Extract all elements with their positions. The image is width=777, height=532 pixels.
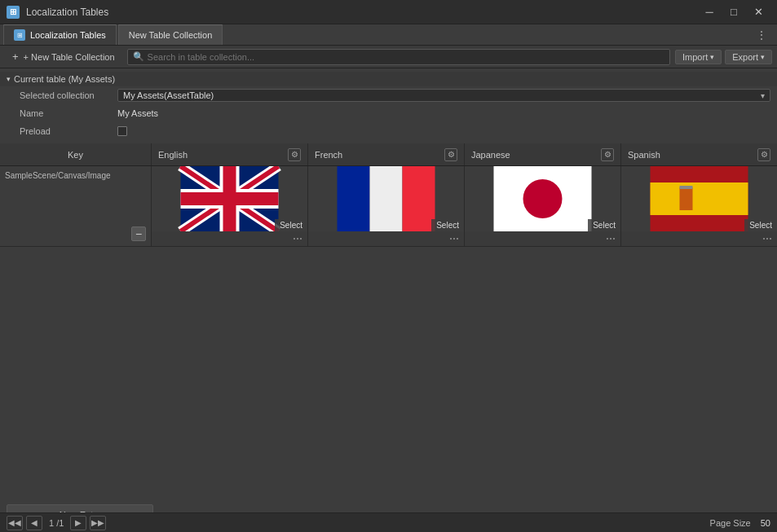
- col-header-japanese: Japanese ⚙: [465, 143, 621, 165]
- page-size-label: Page Size: [710, 518, 751, 528]
- minimize-button[interactable]: ─: [697, 0, 722, 24]
- english-dots-button[interactable]: ⋯: [291, 233, 304, 244]
- name-label: Name: [20, 108, 117, 118]
- tab-label-main: Localization Tables: [30, 30, 106, 40]
- search-input[interactable]: [148, 52, 664, 62]
- selected-collection-value: My Assets(AssetTable): [123, 90, 214, 100]
- french-cell-bottom: ⋯: [308, 231, 464, 246]
- new-collection-label: + New Table Collection: [24, 52, 115, 62]
- flag-japanese-container: Select: [465, 166, 620, 231]
- tab-bar-right: ⋮: [751, 24, 777, 45]
- flag-spanish-container: Select: [621, 166, 777, 231]
- title-bar: ⊞ Localization Tables ─ □ ✕: [0, 0, 777, 24]
- selected-collection-row: Selected collection My Assets(AssetTable…: [0, 86, 777, 104]
- export-arrow-icon: ▾: [761, 53, 765, 61]
- cell-english: Select ⋯: [152, 166, 308, 246]
- title-bar-title: Localization Tables: [26, 7, 691, 18]
- col-japanese-label: Japanese: [471, 150, 510, 160]
- bottom-bar: ◀◀ ◀ 1 /1 ▶ ▶▶ Page Size 50: [0, 512, 777, 532]
- export-button[interactable]: Export ▾: [725, 50, 772, 64]
- spanish-dots-button[interactable]: ⋯: [761, 233, 774, 244]
- svg-rect-10: [370, 166, 403, 231]
- toolbar: + + New Table Collection 🔍 Import ▾ Expo…: [0, 46, 777, 68]
- spanish-select-button[interactable]: Select: [744, 219, 777, 231]
- flag-french-container: Select: [308, 166, 464, 231]
- french-select-button[interactable]: Select: [431, 219, 464, 231]
- properties-panel: ▾ Current table (My Assets) Selected col…: [0, 68, 777, 143]
- import-arrow-icon: ▾: [710, 53, 714, 61]
- japanese-cell-bottom: ⋯: [465, 231, 620, 246]
- svg-point-13: [523, 179, 563, 218]
- svg-rect-11: [403, 166, 435, 231]
- col-french-label: French: [315, 150, 342, 160]
- french-dots-button[interactable]: ⋯: [448, 233, 461, 244]
- col-header-english: English ⚙: [152, 143, 308, 165]
- selected-collection-label: Selected collection: [20, 90, 117, 100]
- close-button[interactable]: ✕: [746, 0, 770, 24]
- col-english-label: English: [158, 150, 188, 160]
- svg-rect-15: [651, 182, 748, 215]
- new-table-collection-button[interactable]: + + New Table Collection: [5, 48, 122, 65]
- selected-collection-dropdown[interactable]: My Assets(AssetTable) ▾: [117, 89, 770, 102]
- svg-rect-17: [680, 186, 693, 189]
- cell-key: SampleScene/Canvas/Image −: [0, 166, 152, 246]
- tab-label-new: New Table Collection: [129, 30, 213, 40]
- table-row: SampleScene/Canvas/Image −: [0, 166, 777, 247]
- japanese-settings-icon[interactable]: ⚙: [601, 148, 614, 161]
- search-icon: 🔍: [133, 51, 144, 62]
- cell-spanish: Select ⋯: [621, 166, 777, 246]
- col-header-spanish: Spanish ⚙: [621, 143, 777, 165]
- tab-new-collection[interactable]: New Table Collection: [118, 24, 223, 45]
- svg-rect-8: [181, 192, 279, 205]
- key-text: SampleScene/Canvas/Image: [3, 169, 148, 182]
- app-icon: ⊞: [7, 6, 20, 19]
- main-container: ⊞ Localization Tables New Table Collecti…: [0, 24, 777, 532]
- tab-kebab-button[interactable]: ⋮: [751, 27, 772, 43]
- english-settings-icon[interactable]: ⚙: [288, 148, 301, 161]
- table-header: Key English ⚙ French ⚙ Japanese ⚙ Spanis…: [0, 143, 777, 166]
- name-value: My Assets: [117, 108, 158, 118]
- nav-prev-button[interactable]: ◀: [26, 516, 42, 530]
- preload-row: Preload: [0, 122, 777, 140]
- col-header-french: French ⚙: [308, 143, 465, 165]
- col-header-key: Key: [0, 143, 152, 165]
- japanese-select-button[interactable]: Select: [588, 219, 620, 231]
- search-box: 🔍: [127, 49, 670, 65]
- flag-english-container: Select: [152, 166, 307, 231]
- cell-french: Select ⋯: [308, 166, 465, 246]
- name-row: Name My Assets: [0, 104, 777, 122]
- spanish-cell-bottom: ⋯: [621, 231, 777, 246]
- tab-bar: ⊞ Localization Tables New Table Collecti…: [0, 24, 777, 46]
- english-select-button[interactable]: Select: [275, 219, 307, 231]
- import-button[interactable]: Import ▾: [675, 50, 722, 64]
- page-size-value: 50: [761, 518, 770, 528]
- preload-label: Preload: [20, 126, 117, 136]
- spanish-settings-icon[interactable]: ⚙: [757, 148, 770, 161]
- svg-rect-9: [338, 166, 370, 231]
- nav-last-button[interactable]: ▶▶: [90, 516, 106, 530]
- tab-localization-tables[interactable]: ⊞ Localization Tables: [3, 24, 117, 45]
- nav-first-button[interactable]: ◀◀: [7, 516, 23, 530]
- cell-japanese: Select ⋯: [465, 166, 621, 246]
- col-key-label: Key: [68, 150, 83, 160]
- french-settings-icon[interactable]: ⚙: [444, 148, 457, 161]
- toolbar-right: Import ▾ Export ▾: [675, 50, 772, 64]
- title-bar-controls: ─ □ ✕: [697, 0, 770, 24]
- collection-dropdown-arrow-icon: ▾: [761, 91, 765, 100]
- svg-rect-16: [680, 187, 693, 210]
- col-spanish-label: Spanish: [628, 150, 660, 160]
- section-arrow-icon: ▾: [7, 75, 11, 83]
- preload-checkbox[interactable]: [117, 126, 127, 136]
- english-cell-bottom: ⋯: [152, 231, 307, 246]
- section-label: Current table (My Assets): [14, 74, 115, 84]
- nav-next-button[interactable]: ▶: [70, 516, 86, 530]
- page-info: 1 /1: [49, 518, 64, 528]
- plus-icon: +: [12, 51, 19, 63]
- remove-row-button[interactable]: −: [131, 226, 146, 241]
- tab-icon: ⊞: [14, 29, 25, 41]
- maximize-button[interactable]: □: [722, 0, 746, 24]
- section-header[interactable]: ▾ Current table (My Assets): [0, 72, 777, 86]
- table-container: Key English ⚙ French ⚙ Japanese ⚙ Spanis…: [0, 143, 777, 498]
- japanese-dots-button[interactable]: ⋯: [604, 233, 617, 244]
